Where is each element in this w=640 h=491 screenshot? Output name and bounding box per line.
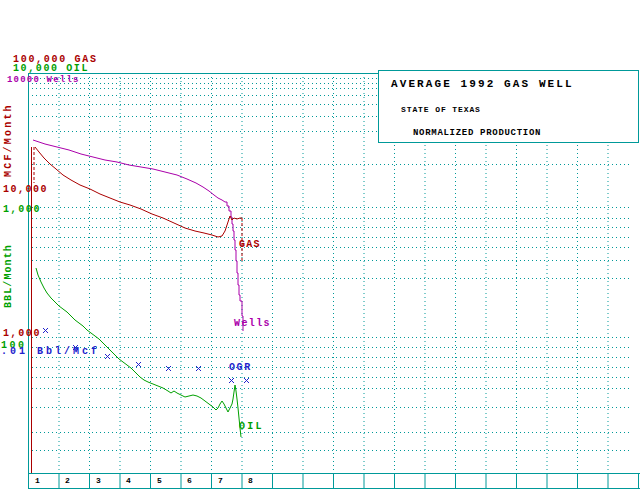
oil-curve-label: OIL	[239, 422, 264, 432]
x-axis-cell-label: 6	[187, 476, 192, 485]
oil-axis-unit-label: BBL/Month	[4, 244, 14, 308]
title-box: AVERAGE 1992 GAS WELL STATE OF TEXAS NOR…	[378, 70, 639, 143]
gas-tick-1000: 1,000	[3, 329, 41, 339]
gas-tick-10000: 10,000	[3, 185, 48, 195]
x-axis-cell-label: 7	[218, 476, 223, 485]
x-axis-cell-label: 5	[157, 476, 162, 485]
chart-subtitle: STATE OF TEXAS	[401, 105, 638, 114]
x-axis-cell-label: 2	[65, 476, 70, 485]
chart-title: AVERAGE 1992 GAS WELL	[391, 78, 638, 90]
ogr-curve-label: OGR	[229, 363, 252, 373]
chart-note: NORMALIZED PRODUCTION	[413, 128, 638, 138]
wells-scale-top-label: 10000 Wells	[7, 76, 80, 85]
oil-tick-1000: 1,000	[3, 205, 41, 215]
oil-scale-top-label: 10,000 OIL	[13, 64, 89, 74]
x-axis-cell-label: 3	[96, 476, 101, 485]
x-axis-cell-label: 8	[248, 476, 253, 485]
x-axis-cell-label: 4	[126, 476, 131, 485]
chart-screen: 100,000 GAS 10,000 OIL 10000 Wells MCF/M…	[0, 0, 640, 491]
x-axis-cell-label: 1	[35, 476, 40, 485]
gas-axis-unit-label: MCF/Month	[4, 103, 14, 177]
gas-curve-label: GAS	[239, 240, 261, 250]
ogr-tick-01: .01 Bbl/Mcf	[1, 347, 100, 357]
wells-curve-label: Wells	[234, 319, 271, 329]
